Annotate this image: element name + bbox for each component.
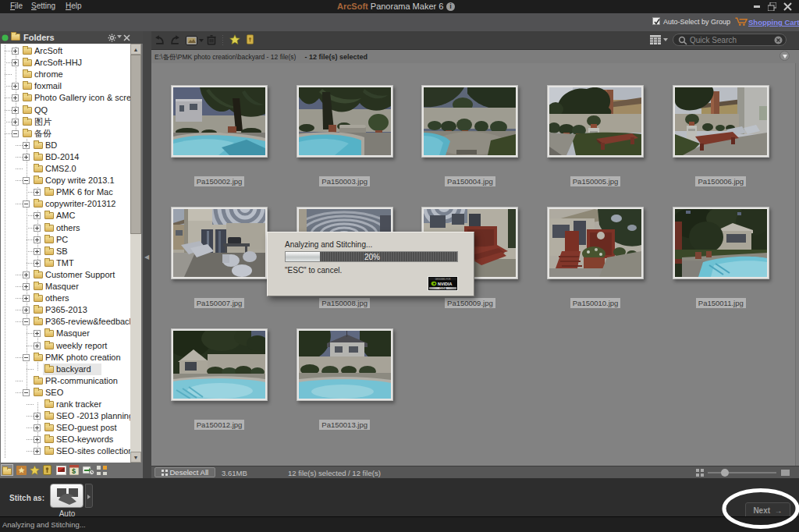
svg-text:$: $ [72, 467, 76, 475]
svg-text:DESIGNED FOR: DESIGNED FOR [435, 278, 451, 281]
svg-text:CUDA: CUDA [439, 287, 446, 290]
svg-text:NVIDIA: NVIDIA [438, 282, 452, 286]
